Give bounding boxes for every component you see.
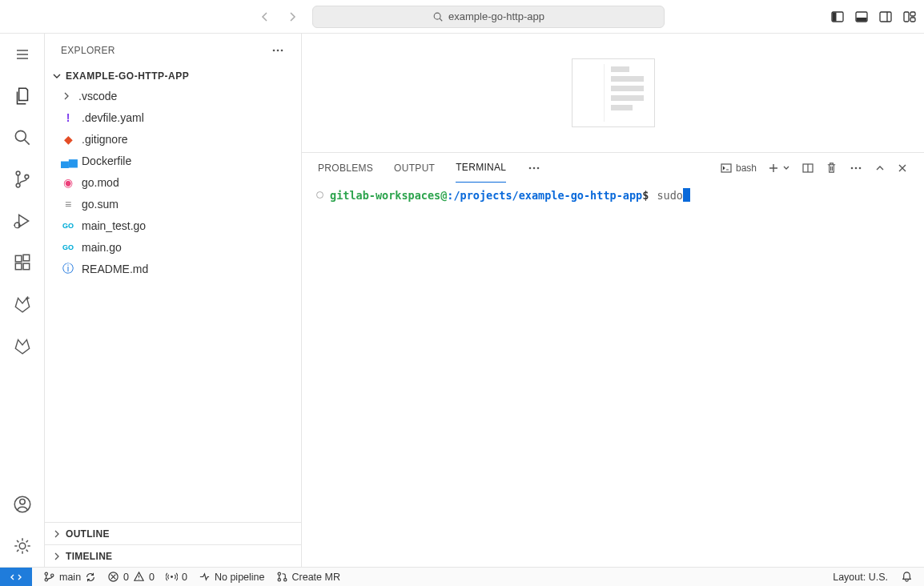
command-center[interactable]: example-go-http-app [312,6,665,28]
svg-point-26 [533,167,536,169]
file-item-gomod[interactable]: ◉ go.mod [54,171,301,193]
file-item-vscode[interactable]: .vscode [54,85,301,106]
go-icon: GO [61,243,75,251]
layout-customize-icon [902,10,917,24]
pipeline-indicator[interactable]: No pipeline [199,571,265,583]
files-icon [12,86,33,106]
sidebar-more-button[interactable] [271,43,285,58]
remote-indicator[interactable] [0,568,32,586]
svg-rect-7 [904,12,909,22]
git-branch-icon [12,169,33,190]
file-name: .gitignore [82,133,128,146]
gear-icon [12,536,33,556]
create-mr-text: Create MR [292,572,340,583]
file-item-readme[interactable]: ⓘ README.md [54,258,301,279]
maximize-panel-button[interactable] [874,163,886,174]
file-item-devfile[interactable]: ! .devfile.yaml [54,106,301,128]
split-terminal-button[interactable] [801,162,814,175]
gitlab-button[interactable] [11,335,34,357]
panel-more-button[interactable] [849,161,863,175]
menu-button[interactable] [11,43,34,66]
terminal-line: gitlab-workspaces@ :/projects/example-go… [316,188,910,202]
svg-point-25 [529,167,532,169]
file-item-main[interactable]: GO main.go [54,236,301,258]
tab-output[interactable]: OUTPUT [394,153,435,183]
timeline-section[interactable]: TIMELINE [45,544,301,567]
run-debug-button[interactable] [11,210,34,232]
account-icon [12,494,33,515]
terminal-user: gitlab-workspaces@ [330,189,447,202]
file-item-gitignore[interactable]: ◆ .gitignore [54,128,301,150]
ellipsis-icon [527,161,541,175]
keyboard-layout-indicator[interactable]: Layout: U.S. [833,572,888,583]
error-icon [107,571,119,583]
nav-back-button[interactable] [255,6,275,27]
toggle-panel-button[interactable] [854,9,870,25]
svg-rect-15 [15,255,22,262]
go-icon: GO [61,222,75,230]
nav-forward-button[interactable] [282,6,303,27]
extensions-icon [12,252,33,273]
svg-rect-9 [910,18,915,22]
panel-tabs: PROBLEMS OUTPUT TERMINAL bash [302,153,924,183]
toggle-secondary-sidebar-button[interactable] [878,9,894,25]
close-panel-button[interactable] [897,163,908,174]
shell-name: bash [736,163,757,174]
customize-layout-button[interactable] [902,9,918,25]
sidebar-title: EXPLORER [61,45,115,56]
arrow-right-icon [286,10,299,23]
source-control-button[interactable] [11,168,34,191]
explorer-button[interactable] [11,85,34,107]
panel-tabs-more[interactable] [527,153,541,183]
terminal-view[interactable]: gitlab-workspaces@ :/projects/example-go… [302,183,924,567]
arrow-left-icon [259,10,271,23]
svg-rect-17 [23,263,30,270]
svg-point-0 [434,13,440,19]
new-terminal-button[interactable] [768,163,790,174]
terminal-status-icon [316,191,323,199]
search-button[interactable] [11,126,34,149]
branch-name: main [59,572,81,583]
git-icon: ◆ [61,133,75,146]
timeline-label: TIMELINE [66,551,112,562]
terminal-prompt: $ [642,189,649,202]
toggle-primary-sidebar-button[interactable] [830,9,846,25]
git-branch-icon [43,571,55,583]
chevron-up-icon [874,163,886,174]
chevron-right-icon [51,551,62,562]
gitlab-workflow-button[interactable] [11,293,34,315]
remote-icon [10,571,22,584]
file-item-dockerfile[interactable]: ▄▅ Dockerfile [54,150,301,171]
svg-rect-2 [833,12,837,21]
bell-icon [901,571,913,583]
gitlab-icon [12,335,33,356]
outline-section[interactable]: OUTLINE [45,522,301,544]
notifications-button[interactable] [901,571,913,583]
create-mr-button[interactable]: Create MR [276,571,340,583]
file-item-maintest[interactable]: GO main_test.go [54,215,301,236]
terminal-profile-button[interactable]: bash [720,162,757,175]
file-item-gosum[interactable]: ≡ go.sum [54,193,301,215]
problems-indicator[interactable]: 0 0 [107,571,155,583]
ellipsis-icon [849,161,863,175]
branch-indicator[interactable]: main [43,571,96,583]
kill-terminal-button[interactable] [826,162,838,174]
ports-indicator[interactable]: 0 [166,571,187,583]
svg-point-36 [51,574,54,576]
status-bar: main 0 0 0 No pipeline Create MR Layout:… [0,567,924,586]
folder-header[interactable]: EXAMPLE-GO-HTTP-APP [45,67,301,85]
explorer-sidebar: EXPLORER EXAMPLE-GO-HTTP-APP .vscode ! .… [44,34,302,567]
ports-count: 0 [182,572,187,583]
settings-button[interactable] [11,535,34,557]
text-file-icon: ≡ [61,198,75,211]
accounts-button[interactable] [11,493,34,516]
errors-count: 0 [123,572,129,583]
yaml-icon: ! [61,111,75,124]
tab-terminal[interactable]: TERMINAL [456,153,506,183]
extensions-button[interactable] [11,251,34,274]
svg-rect-16 [15,263,22,270]
tab-problems[interactable]: PROBLEMS [318,153,373,183]
search-icon [432,11,444,22]
close-icon [897,163,908,174]
warnings-count: 0 [149,572,155,583]
